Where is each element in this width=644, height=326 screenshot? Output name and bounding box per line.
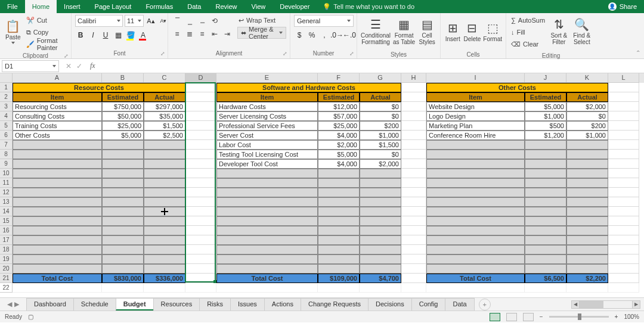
cell-B17[interactable] <box>102 235 144 245</box>
sheet-nav-first[interactable]: ◀ <box>7 300 12 308</box>
cell-E22[interactable] <box>216 283 318 293</box>
menu-formulas[interactable]: Formulas <box>138 0 180 13</box>
cell-F3[interactable]: $12,000 <box>318 102 360 111</box>
cell-I1[interactable]: Other Costs <box>426 83 608 92</box>
zoom-slider[interactable] <box>549 316 609 318</box>
cell-J22[interactable] <box>525 283 566 293</box>
underline-button[interactable]: U <box>100 30 111 41</box>
cell-K10[interactable] <box>566 169 608 178</box>
sheet-nav-last[interactable]: ▶ <box>14 300 19 308</box>
cell-K3[interactable]: $2,000 <box>566 102 608 111</box>
paste-button[interactable]: 📋 Paste <box>4 15 23 48</box>
cell-I14[interactable] <box>426 207 525 216</box>
cell-K4[interactable]: $0 <box>566 111 608 121</box>
row-header-16[interactable]: 16 <box>0 226 13 235</box>
dialog-launcher-icon[interactable]: ⤢ <box>349 51 354 57</box>
macro-record-icon[interactable]: ▢ <box>28 313 33 320</box>
cell-D16[interactable] <box>185 226 216 235</box>
decrease-font-button[interactable]: A▾ <box>158 15 169 26</box>
cell-L1[interactable] <box>608 83 639 92</box>
cell-B16[interactable] <box>102 226 144 235</box>
cell-E15[interactable] <box>216 216 318 226</box>
cells-area[interactable]: Resource CostsItemEstimatedActualResourc… <box>13 83 644 297</box>
align-bottom-button[interactable]: ⎽ <box>197 15 208 26</box>
cell-D21[interactable] <box>185 274 216 283</box>
sheet-tab-data[interactable]: Data <box>445 298 474 311</box>
cell-I9[interactable] <box>426 159 525 169</box>
cell-F22[interactable] <box>318 283 360 293</box>
cell-J16[interactable] <box>525 226 566 235</box>
cell-J19[interactable] <box>525 254 566 264</box>
cell-G21[interactable]: $4,700 <box>360 274 401 283</box>
cell-B3[interactable]: $750,000 <box>102 102 144 111</box>
cell-H15[interactable] <box>401 216 426 226</box>
percent-format-button[interactable]: % <box>306 30 317 41</box>
column-header-L[interactable]: L <box>608 73 639 83</box>
cell-F19[interactable] <box>318 254 360 264</box>
cell-F8[interactable]: $5,000 <box>318 150 360 159</box>
orientation-button[interactable]: ⟲ <box>209 15 220 26</box>
name-box[interactable]: D1 <box>2 60 59 72</box>
cell-E18[interactable] <box>216 245 318 254</box>
dialog-launcher-icon[interactable]: ⤢ <box>160 51 165 57</box>
cell-B7[interactable] <box>102 140 144 150</box>
cell-G14[interactable] <box>360 207 401 216</box>
cell-A3[interactable]: Resourcing Costs <box>13 102 102 111</box>
cell-A22[interactable] <box>13 283 102 293</box>
align-right-button[interactable]: ≡ <box>197 29 208 39</box>
cell-C16[interactable] <box>144 226 185 235</box>
cell-L12[interactable] <box>608 188 639 197</box>
cell-J7[interactable] <box>525 140 566 150</box>
cell-J20[interactable] <box>525 264 566 274</box>
cell-C10[interactable] <box>144 169 185 178</box>
cell-E3[interactable]: Hardware Costs <box>216 102 318 111</box>
cell-B2[interactable]: Estimated <box>102 92 144 102</box>
cell-B13[interactable] <box>102 197 144 207</box>
cell-H16[interactable] <box>401 226 426 235</box>
cell-L4[interactable] <box>608 111 639 121</box>
cell-E1[interactable]: Software and Hardware Costs <box>216 83 401 92</box>
cell-A18[interactable] <box>13 245 102 254</box>
row-headers[interactable]: 12345678910111213141516171819202122 <box>0 83 13 293</box>
row-header-1[interactable]: 1 <box>0 83 13 92</box>
cell-K12[interactable] <box>566 188 608 197</box>
cell-H19[interactable] <box>401 254 426 264</box>
cell-B21[interactable]: $830,000 <box>102 274 144 283</box>
cell-L9[interactable] <box>608 159 639 169</box>
row-header-3[interactable]: 3 <box>0 102 13 111</box>
format-cells-button[interactable]: ⬚Format <box>483 15 502 48</box>
cell-I18[interactable] <box>426 245 525 254</box>
autosum-button[interactable]: ∑AutoSum <box>510 15 546 26</box>
cell-D3[interactable] <box>185 102 216 111</box>
cell-F15[interactable] <box>318 216 360 226</box>
cell-C5[interactable]: $1,500 <box>144 121 185 131</box>
horizontal-scrollbar[interactable]: ◀ ▶ <box>571 300 640 309</box>
column-header-F[interactable]: F <box>318 73 360 83</box>
cell-C7[interactable] <box>144 140 185 150</box>
cell-G4[interactable]: $0 <box>360 111 401 121</box>
cell-D22[interactable] <box>185 283 216 293</box>
cell-D13[interactable] <box>185 197 216 207</box>
row-header-13[interactable]: 13 <box>0 197 13 207</box>
scroll-thumb[interactable] <box>580 301 603 308</box>
menu-insert[interactable]: Insert <box>57 0 88 13</box>
cell-L15[interactable] <box>608 216 639 226</box>
cancel-formula-button[interactable]: ✕ <box>64 62 73 70</box>
column-header-C[interactable]: C <box>144 73 185 83</box>
cell-E21[interactable]: Total Cost <box>216 274 318 283</box>
cell-A21[interactable]: Total Cost <box>13 274 102 283</box>
cell-J14[interactable] <box>525 207 566 216</box>
cell-C8[interactable] <box>144 150 185 159</box>
cell-L6[interactable] <box>608 131 639 140</box>
cell-L19[interactable] <box>608 254 639 264</box>
bold-button[interactable]: B <box>75 30 86 41</box>
cell-A5[interactable]: Training Costs <box>13 121 102 131</box>
cell-D6[interactable] <box>185 131 216 140</box>
dialog-launcher-icon[interactable]: ⤢ <box>283 51 287 57</box>
cell-G9[interactable]: $2,000 <box>360 159 401 169</box>
row-header-4[interactable]: 4 <box>0 111 13 121</box>
align-center-button[interactable]: ≣ <box>184 29 195 39</box>
row-header-10[interactable]: 10 <box>0 169 13 178</box>
scroll-left-button[interactable]: ◀ <box>571 300 580 309</box>
cell-E11[interactable] <box>216 178 318 188</box>
